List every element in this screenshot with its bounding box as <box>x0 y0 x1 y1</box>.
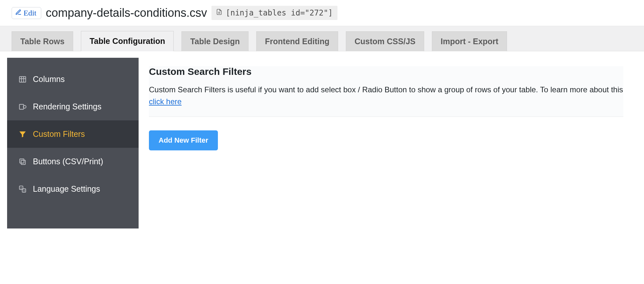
tab-table-configuration[interactable]: Table Configuration <box>81 31 174 51</box>
content-wrap: Columns Rendering Settings Custom Filter… <box>0 51 644 228</box>
tab-table-design[interactable]: Table Design <box>181 31 249 51</box>
tab-frontend-editing[interactable]: Frontend Editing <box>256 31 338 51</box>
shortcode-text: [ninja_tables id="272"] <box>226 8 333 17</box>
sidebar-item-language-settings[interactable]: A文 Language Settings <box>7 175 139 203</box>
svg-rect-8 <box>20 159 24 163</box>
pencil-icon <box>15 9 22 17</box>
page-title: company-details-conditions.csv <box>46 6 207 20</box>
edit-button-label: Edit <box>24 9 36 17</box>
sidebar-item-buttons[interactable]: Buttons (CSV/Print) <box>7 148 139 175</box>
shortcode-box[interactable]: [ninja_tables id="272"] <box>211 6 337 20</box>
filter-icon <box>18 130 27 139</box>
sidebar: Columns Rendering Settings Custom Filter… <box>7 58 139 228</box>
svg-rect-9 <box>21 160 25 164</box>
learn-more-link[interactable]: click here <box>149 97 181 106</box>
panel-heading: Custom Search Filters <box>149 66 623 77</box>
document-icon <box>216 8 222 17</box>
info-box: Custom Search Filters Custom Search Filt… <box>149 66 623 117</box>
panel-description: Custom Search Filters is useful if you w… <box>149 84 623 107</box>
page-header: Edit company-details-conditions.csv [nin… <box>0 0 644 26</box>
tab-import-export[interactable]: Import - Export <box>432 31 507 51</box>
language-icon: A文 <box>18 185 27 194</box>
svg-rect-2 <box>19 76 26 82</box>
svg-text:A: A <box>20 186 22 189</box>
sidebar-item-columns[interactable]: Columns <box>7 66 139 93</box>
columns-icon <box>18 75 27 84</box>
sidebar-item-label: Language Settings <box>33 184 100 194</box>
sidebar-item-label: Buttons (CSV/Print) <box>33 157 103 166</box>
tab-table-rows[interactable]: Table Rows <box>12 31 73 51</box>
svg-text:文: 文 <box>23 189 25 192</box>
sidebar-item-rendering-settings[interactable]: Rendering Settings <box>7 93 139 120</box>
sidebar-item-custom-filters[interactable]: Custom Filters <box>7 120 139 148</box>
buttons-icon <box>18 157 27 166</box>
main-panel: Custom Search Filters Custom Search Filt… <box>139 58 636 228</box>
sidebar-item-label: Custom Filters <box>33 129 85 139</box>
tab-custom-css-js[interactable]: Custom CSS/JS <box>346 31 424 51</box>
sidebar-item-label: Rendering Settings <box>33 102 102 111</box>
add-new-filter-button[interactable]: Add New Filter <box>149 130 218 150</box>
sidebar-item-label: Columns <box>33 75 65 84</box>
rendering-icon <box>18 102 27 111</box>
edit-button[interactable]: Edit <box>12 7 41 19</box>
panel-description-text: Custom Search Filters is useful if you w… <box>149 85 623 94</box>
tabs-bar: Table Rows Table Configuration Table Des… <box>0 26 644 51</box>
